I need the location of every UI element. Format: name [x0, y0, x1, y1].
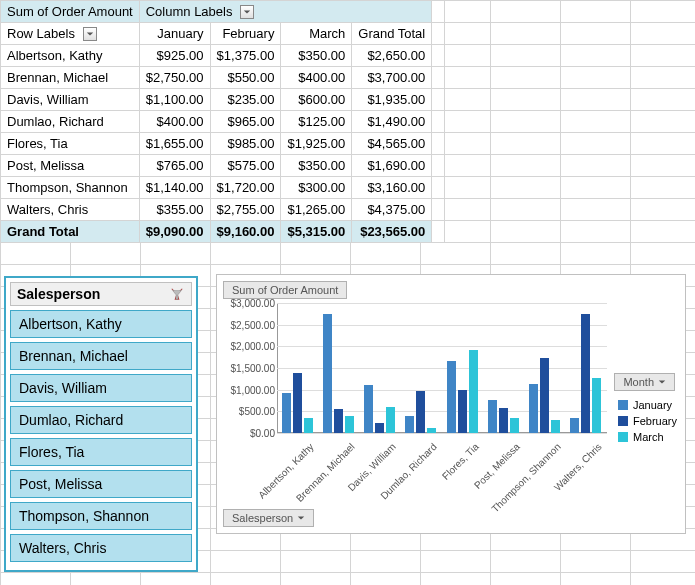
slicer-item[interactable]: Dumlao, Richard	[10, 406, 192, 434]
slicer-title: Salesperson	[17, 286, 100, 302]
y-tick-label: $2,500.00	[221, 319, 275, 330]
bar	[334, 409, 343, 433]
chart-values-button[interactable]: Sum of Order Amount	[223, 281, 347, 299]
slicer-item[interactable]: Walters, Chris	[10, 534, 192, 562]
cell-value: $300.00	[281, 177, 352, 199]
legend-item: March	[618, 431, 677, 443]
x-tick-label: Brennan, Michael	[278, 441, 356, 519]
cell-value: $1,925.00	[281, 133, 352, 155]
row-total: $3,160.00	[352, 177, 432, 199]
bar	[293, 373, 302, 433]
row-name: Flores, Tia	[1, 133, 140, 155]
bar-group	[282, 373, 313, 433]
cell-value: $400.00	[139, 111, 210, 133]
table-row: Post, Melissa$765.00$575.00$350.00$1,690…	[1, 155, 445, 177]
x-tick-label: Albertson, Kathy	[237, 441, 315, 519]
salesperson-slicer[interactable]: Salesperson Albertson, KathyBrennan, Mic…	[4, 276, 198, 572]
row-total: $1,490.00	[352, 111, 432, 133]
x-tick-label: Flores, Tia	[402, 441, 480, 519]
cell-value: $125.00	[281, 111, 352, 133]
bar	[510, 418, 519, 433]
slicer-item[interactable]: Flores, Tia	[10, 438, 192, 466]
total-grand: $23,565.00	[352, 221, 432, 243]
chart-plot-area	[277, 303, 607, 433]
bar	[405, 416, 414, 433]
cell-value: $1,720.00	[210, 177, 281, 199]
table-row: Flores, Tia$1,655.00$985.00$1,925.00$4,5…	[1, 133, 445, 155]
bar	[416, 391, 425, 433]
cell-value: $2,750.00	[139, 67, 210, 89]
slicer-item[interactable]: Brennan, Michael	[10, 342, 192, 370]
cell-value: $350.00	[281, 45, 352, 67]
y-tick-label: $1,500.00	[221, 363, 275, 374]
cell-value: $925.00	[139, 45, 210, 67]
row-name: Post, Melissa	[1, 155, 140, 177]
slicer-item[interactable]: Davis, William	[10, 374, 192, 402]
column-filter-icon[interactable]	[240, 5, 254, 19]
bar	[540, 358, 549, 433]
total-mar: $5,315.00	[281, 221, 352, 243]
y-tick-label: $0.00	[221, 428, 275, 439]
slicer-item[interactable]: Post, Melissa	[10, 470, 192, 498]
pivot-chart[interactable]: Sum of Order Amount Salesperson Month Ja…	[216, 274, 686, 534]
bar	[447, 361, 456, 433]
col-february: February	[210, 23, 281, 45]
chevron-down-icon	[297, 514, 305, 522]
bar	[386, 407, 395, 433]
slicer-clear-icon[interactable]	[169, 286, 185, 302]
x-tick-label: Walters, Chris	[526, 441, 604, 519]
bar-group	[447, 350, 478, 433]
row-total: $1,690.00	[352, 155, 432, 177]
x-tick-label: Thompson, Shannon	[484, 441, 562, 519]
chevron-down-icon	[658, 378, 666, 386]
row-total: $2,650.00	[352, 45, 432, 67]
cell-value: $350.00	[281, 155, 352, 177]
pivot-table: Sum of Order Amount Column Labels Row La…	[0, 0, 445, 243]
legend-item: January	[618, 399, 677, 411]
row-name: Brennan, Michael	[1, 67, 140, 89]
row-filter-icon[interactable]	[83, 27, 97, 41]
bar	[499, 408, 508, 433]
column-labels-header: Column Labels	[139, 1, 432, 23]
cell-value: $600.00	[281, 89, 352, 111]
cell-value: $1,140.00	[139, 177, 210, 199]
row-total: $3,700.00	[352, 67, 432, 89]
row-labels-header: Row Labels	[1, 23, 140, 45]
row-name: Thompson, Shannon	[1, 177, 140, 199]
cell-value: $1,375.00	[210, 45, 281, 67]
row-name: Davis, William	[1, 89, 140, 111]
cell-value: $355.00	[139, 199, 210, 221]
bar	[529, 384, 538, 433]
table-row: Walters, Chris$355.00$2,755.00$1,265.00$…	[1, 199, 445, 221]
column-labels-text: Column Labels	[146, 4, 233, 19]
slicer-header: Salesperson	[10, 282, 192, 306]
chart-legend-button[interactable]: Month	[614, 373, 675, 391]
total-feb: $9,160.00	[210, 221, 281, 243]
col-january: January	[139, 23, 210, 45]
bar	[581, 314, 590, 433]
bar	[469, 350, 478, 433]
bar	[282, 393, 291, 433]
x-tick-label: Davis, William	[319, 441, 397, 519]
y-tick-label: $2,000.00	[221, 341, 275, 352]
row-labels-text: Row Labels	[7, 26, 75, 41]
x-tick-label: Dumlao, Richard	[361, 441, 439, 519]
slicer-item[interactable]: Thompson, Shannon	[10, 502, 192, 530]
bar-group	[323, 314, 354, 433]
bar	[570, 418, 579, 433]
pivot-title: Sum of Order Amount	[1, 1, 140, 23]
cell-value: $985.00	[210, 133, 281, 155]
bar-group	[488, 400, 519, 433]
x-tick-label: Post, Melissa	[443, 441, 521, 519]
cell-value: $235.00	[210, 89, 281, 111]
slicer-item[interactable]: Albertson, Kathy	[10, 310, 192, 338]
x-axis-labels: Albertson, KathyBrennan, MichaelDavis, W…	[277, 435, 607, 505]
cell-value: $400.00	[281, 67, 352, 89]
cell-value: $575.00	[210, 155, 281, 177]
cell-value: $2,755.00	[210, 199, 281, 221]
bar	[323, 314, 332, 433]
y-tick-label: $1,000.00	[221, 384, 275, 395]
legend-item: February	[618, 415, 677, 427]
row-name: Walters, Chris	[1, 199, 140, 221]
table-row: Thompson, Shannon$1,140.00$1,720.00$300.…	[1, 177, 445, 199]
